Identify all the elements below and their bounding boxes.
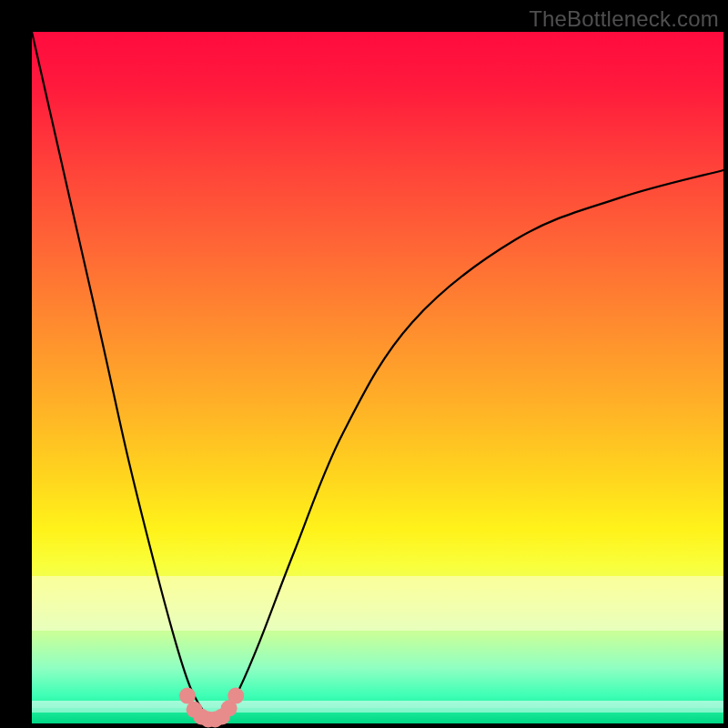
- chart-frame: TheBottleneck.com: [0, 0, 728, 728]
- plot-area: [32, 32, 723, 723]
- watermark-text: TheBottleneck.com: [529, 6, 719, 32]
